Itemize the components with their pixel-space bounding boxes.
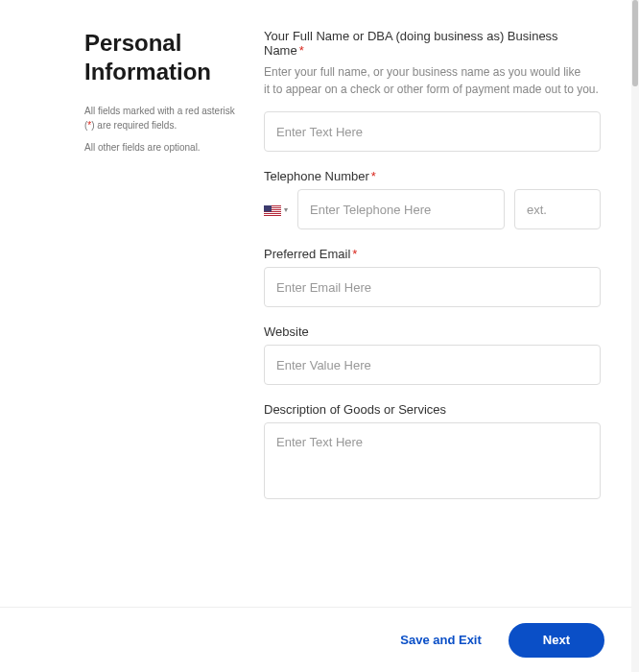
scrollbar-thumb[interactable] <box>632 0 638 86</box>
fullname-label: Your Full Name or DBA (doing business as… <box>264 29 601 58</box>
email-input[interactable] <box>264 267 601 307</box>
fullname-help: Enter your full name, or your business n… <box>264 63 601 98</box>
required-asterisk-icon: * <box>352 247 357 261</box>
email-label-text: Preferred Email <box>264 247 350 261</box>
next-button[interactable]: Next <box>509 623 604 658</box>
required-asterisk-icon: * <box>371 169 376 183</box>
website-label: Website <box>264 324 601 339</box>
fullname-help-line2: it to appear on a check or other form of… <box>264 83 599 96</box>
save-and-exit-link[interactable]: Save and Exit <box>400 633 482 647</box>
fullname-label-text: Your Full Name or DBA (doing business as… <box>264 29 558 58</box>
telephone-label: Telephone Number* <box>264 169 601 183</box>
form-fields: Your Full Name or DBA (doing business as… <box>252 29 601 520</box>
svg-rect-7 <box>264 205 272 212</box>
email-label: Preferred Email* <box>264 247 601 261</box>
country-code-select[interactable]: ▾ <box>264 204 288 215</box>
email-group: Preferred Email* <box>264 247 601 307</box>
telephone-input[interactable] <box>297 189 505 229</box>
svg-rect-5 <box>264 214 281 215</box>
required-asterisk-icon: * <box>299 43 304 58</box>
svg-rect-6 <box>264 216 281 217</box>
form-container: Personal Information All fields marked w… <box>0 0 639 520</box>
scrollbar-track <box>631 0 639 672</box>
required-fields-note: All fields marked with a red asterisk (*… <box>84 104 243 132</box>
telephone-label-text: Telephone Number <box>264 169 369 183</box>
description-group: Description of Goods or Services <box>264 402 601 503</box>
chevron-down-icon: ▾ <box>284 205 288 214</box>
fullname-help-line1: Enter your full name, or your business n… <box>264 65 580 79</box>
description-label: Description of Goods or Services <box>264 402 601 417</box>
optional-fields-note: All other fields are optional. <box>84 142 243 153</box>
footer-bar: Save and Exit Next <box>0 607 631 672</box>
svg-rect-4 <box>264 212 281 213</box>
website-input[interactable] <box>264 345 601 385</box>
description-input[interactable] <box>264 422 601 499</box>
website-group: Website <box>264 324 601 385</box>
telephone-group: Telephone Number* <box>264 169 601 229</box>
sidebar: Personal Information All fields marked w… <box>84 29 252 520</box>
page-title: Personal Information <box>84 29 243 86</box>
us-flag-icon <box>264 204 281 215</box>
telephone-row: ▾ <box>264 189 601 229</box>
fullname-group: Your Full Name or DBA (doing business as… <box>264 29 601 152</box>
telephone-ext-input[interactable] <box>514 189 601 229</box>
required-note-post: ) are required fields. <box>91 120 177 131</box>
fullname-input[interactable] <box>264 111 601 152</box>
